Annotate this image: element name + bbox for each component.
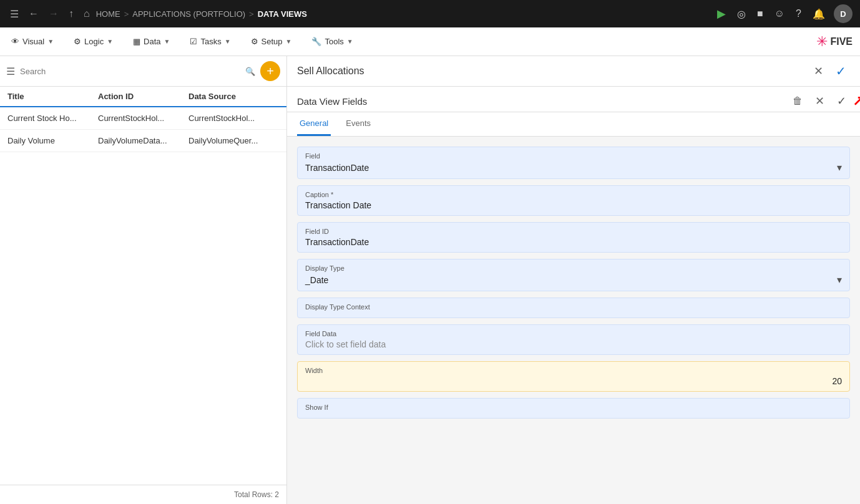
up-icon[interactable]: ↑ bbox=[66, 6, 76, 22]
field-dropdown-arrow[interactable]: ▾ bbox=[837, 162, 842, 173]
sub-panel-title: Data View Fields bbox=[297, 96, 367, 107]
right-panel: Sell Allocations ✕ ✓ Data View Fields 🗑 … bbox=[287, 56, 860, 504]
field-data-value[interactable]: Click to set field data bbox=[305, 339, 386, 349]
logic-label: Logic bbox=[84, 37, 104, 46]
logo-text: FIVE bbox=[830, 36, 853, 47]
table-header: Title Action ID Data Source bbox=[0, 87, 286, 107]
bell-icon[interactable]: 🔔 bbox=[810, 7, 828, 21]
table-row[interactable]: Daily Volume DailyVolumeData... DailyVol… bbox=[0, 130, 286, 152]
field-id-field: Field ID TransactionDate bbox=[297, 222, 850, 253]
search-input[interactable] bbox=[20, 67, 240, 76]
breadcrumb-dataviews[interactable]: DATA VIEWS bbox=[258, 9, 307, 19]
field-dropdown[interactable]: TransactionDate ▾ bbox=[305, 162, 842, 173]
nav-data[interactable]: ▦ Data ▼ bbox=[129, 34, 173, 49]
field-data-label: Field Data bbox=[305, 330, 842, 337]
logo-icon: ✳ bbox=[816, 34, 828, 50]
play-button[interactable]: ▶ bbox=[715, 6, 728, 22]
delete-button[interactable]: 🗑 bbox=[789, 94, 806, 108]
tasks-arrow: ▼ bbox=[225, 38, 231, 45]
row2-datasource: DailyVolumeQuer... bbox=[188, 136, 279, 145]
table-footer: Total Rows: 2 bbox=[0, 485, 286, 504]
width-value[interactable]: 20 bbox=[832, 376, 842, 386]
nav-logic[interactable]: ⚙ Logic ▼ bbox=[70, 34, 117, 49]
nav-tools[interactable]: 🔧 Tools ▼ bbox=[308, 34, 356, 49]
row1-action-id: CurrentStockHol... bbox=[98, 114, 188, 123]
logic-arrow: ▼ bbox=[107, 38, 113, 45]
show-if-field: Show If bbox=[297, 398, 850, 419]
visual-label: Visual bbox=[22, 37, 44, 46]
show-if-label: Show If bbox=[305, 404, 842, 411]
forward-icon[interactable]: → bbox=[46, 6, 61, 22]
setup-icon: ⚙ bbox=[251, 37, 258, 46]
logic-icon: ⚙ bbox=[74, 37, 81, 46]
tools-label: Tools bbox=[325, 37, 343, 46]
add-button[interactable]: + bbox=[260, 61, 280, 81]
home-icon[interactable]: ⌂ bbox=[81, 6, 92, 22]
breadcrumb-sep2: > bbox=[249, 9, 254, 19]
display-type-label: Display Type bbox=[305, 264, 842, 272]
help-icon[interactable]: ? bbox=[793, 7, 804, 21]
logo: ✳ FIVE bbox=[816, 34, 853, 50]
tab-general[interactable]: General bbox=[297, 112, 331, 136]
data-label: Data bbox=[144, 37, 160, 46]
panel-title: Sell Allocations bbox=[297, 65, 364, 77]
caption-field-value[interactable]: Transaction Date bbox=[305, 200, 371, 210]
search-icon[interactable]: 🔍 bbox=[245, 67, 255, 76]
panel-close-button[interactable]: ✕ bbox=[810, 63, 827, 79]
tab-events[interactable]: Events bbox=[343, 112, 373, 136]
search-bar: ☰ 🔍 + bbox=[0, 56, 286, 87]
top-nav: ☰ ← → ↑ ⌂ HOME > APPLICATIONS (PORTFOLIO… bbox=[0, 0, 860, 27]
menu-icon[interactable]: ☰ bbox=[6, 65, 15, 77]
field-id-value[interactable]: TransactionDate bbox=[305, 237, 369, 247]
display-type-value: _Date bbox=[305, 275, 328, 285]
hamburger-icon[interactable]: ☰ bbox=[7, 6, 21, 22]
sec-nav: 👁 Visual ▼ ⚙ Logic ▼ ▦ Data ▼ ☑ Tasks ▼ … bbox=[0, 27, 860, 56]
visual-icon: 👁 bbox=[11, 37, 19, 46]
nav-visual[interactable]: 👁 Visual ▼ bbox=[7, 34, 57, 49]
sub-panel-close-button[interactable]: ✕ bbox=[811, 93, 828, 109]
back-icon[interactable]: ← bbox=[26, 6, 41, 22]
row2-action-id: DailyVolumeData... bbox=[98, 136, 188, 145]
col-action-id: Action ID bbox=[98, 92, 188, 101]
panel-save-button[interactable]: ✓ bbox=[832, 62, 850, 80]
red-arrow-indicator: ↗ bbox=[853, 93, 860, 109]
tasks-icon: ☑ bbox=[190, 37, 197, 46]
display-type-dropdown[interactable]: _Date ▾ bbox=[305, 274, 842, 286]
left-panel: ☰ 🔍 + Title Action ID Data Source Curren… bbox=[0, 56, 287, 504]
data-arrow: ▼ bbox=[164, 38, 170, 45]
caption-field-label: Caption * bbox=[305, 191, 842, 198]
row1-datasource: CurrentStockHol... bbox=[188, 114, 279, 123]
field-field-value: TransactionDate bbox=[305, 163, 369, 173]
table-row[interactable]: Current Stock Ho... CurrentStockHol... C… bbox=[0, 107, 286, 130]
field-id-label: Field ID bbox=[305, 228, 842, 235]
breadcrumb: ⌂ HOME > APPLICATIONS (PORTFOLIO) > DATA… bbox=[81, 6, 710, 22]
breadcrumb-sep1: > bbox=[124, 9, 129, 19]
sub-panel-save-button[interactable]: ✓ bbox=[833, 93, 850, 109]
stop-icon[interactable]: ■ bbox=[755, 7, 766, 21]
top-nav-actions: ▶ ◎ ■ ☺ ? 🔔 D bbox=[715, 4, 853, 23]
field-field: Field TransactionDate ▾ bbox=[297, 147, 850, 179]
tasks-label: Tasks bbox=[200, 37, 221, 46]
setup-label: Setup bbox=[261, 37, 283, 46]
row2-title: Daily Volume bbox=[7, 136, 98, 145]
chat-icon[interactable]: ☺ bbox=[772, 7, 787, 21]
field-field-label: Field bbox=[305, 152, 842, 160]
display-type-arrow[interactable]: ▾ bbox=[837, 274, 842, 286]
breadcrumb-applications[interactable]: APPLICATIONS (PORTFOLIO) bbox=[132, 9, 245, 19]
nav-tasks[interactable]: ☑ Tasks ▼ bbox=[186, 34, 234, 49]
total-rows-label: Total Rows: 2 bbox=[234, 490, 279, 499]
visual-arrow: ▼ bbox=[47, 38, 54, 45]
sub-panel-header: Data View Fields 🗑 ✕ ✓ ↗ bbox=[287, 87, 860, 112]
width-label: Width bbox=[305, 367, 842, 374]
data-table: Title Action ID Data Source Current Stoc… bbox=[0, 87, 286, 485]
publish-icon[interactable]: ◎ bbox=[735, 7, 748, 21]
panel-header-actions: ✕ ✓ bbox=[810, 62, 850, 80]
display-type-context-field: Display Type Context bbox=[297, 298, 850, 318]
breadcrumb-home[interactable]: HOME bbox=[96, 9, 120, 19]
nav-setup[interactable]: ⚙ Setup ▼ bbox=[247, 34, 296, 49]
avatar[interactable]: D bbox=[834, 4, 853, 23]
sub-panel-actions: 🗑 ✕ ✓ ↗ bbox=[789, 93, 850, 109]
panel-header: Sell Allocations ✕ ✓ bbox=[287, 56, 860, 87]
tabs: General Events bbox=[287, 112, 860, 137]
field-data-field[interactable]: Field Data Click to set field data bbox=[297, 324, 850, 355]
